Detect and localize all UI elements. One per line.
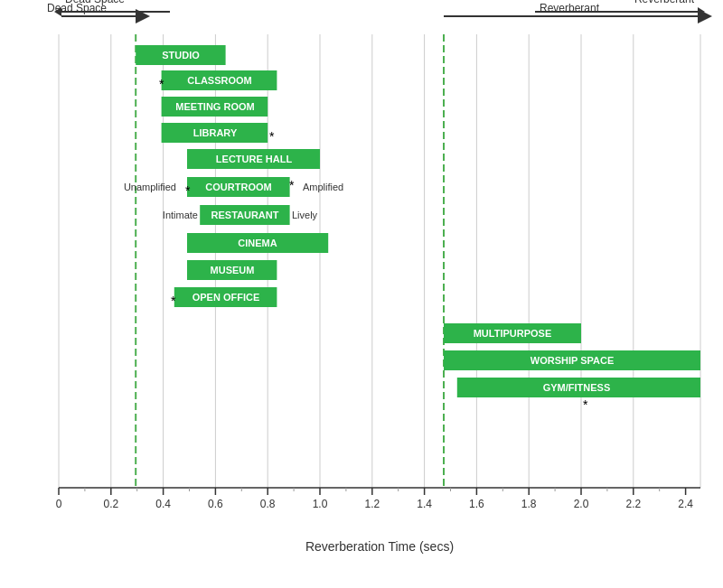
asterisk-courtroom-start: *: [185, 183, 191, 198]
dead-space-label-svg: Dead Space: [47, 2, 107, 14]
svg-text:0.6: 0.6: [208, 498, 223, 510]
chart-svg: 0 0.2 0.4 0.6 0.8 1.0 1.2 1.4 1.6 1.8 2.…: [0, 0, 723, 588]
svg-text:1.6: 1.6: [469, 498, 484, 510]
svg-text:0.2: 0.2: [103, 498, 118, 510]
svg-text:2.0: 2.0: [574, 498, 589, 510]
label-amplified: Amplified: [303, 182, 343, 192]
asterisk-classroom: *: [159, 77, 164, 91]
label-unamplified: Unamplified: [124, 182, 176, 192]
bar-label-courtroom: COURTROOM: [205, 182, 271, 192]
bar-label-classroom: CLASSROOM: [187, 75, 252, 86]
bar-label-cinema: CINEMA: [238, 238, 277, 248]
svg-text:Reverberation Time (secs): Reverberation Time (secs): [305, 539, 454, 554]
svg-text:0.4: 0.4: [155, 498, 171, 510]
bar-label-meetingroom: MEETING ROOM: [175, 101, 254, 112]
svg-text:1.8: 1.8: [521, 498, 537, 510]
label-lively: Lively: [292, 210, 318, 220]
asterisk-gymfitness: *: [583, 397, 588, 412]
bar-label-openoffice: OPEN OFFICE: [192, 292, 260, 303]
bar-label-library: LIBRARY: [193, 127, 238, 138]
svg-text:1.0: 1.0: [313, 498, 328, 510]
svg-text:2.2: 2.2: [625, 498, 641, 510]
asterisk-courtroom-end: *: [289, 178, 295, 192]
svg-text:1.4: 1.4: [417, 498, 432, 510]
svg-text:0.8: 0.8: [260, 498, 276, 510]
bar-label-multipurpose: MULTIPURPOSE: [474, 328, 552, 339]
chart-container: Dead Space Reverberant: [0, 0, 723, 588]
reverberant-label-svg: Reverberant: [540, 2, 600, 14]
bar-label-restaurant: RESTAURANT: [211, 210, 279, 220]
svg-text:2.4: 2.4: [678, 498, 693, 510]
bar-label-studio: STUDIO: [162, 50, 200, 61]
asterisk-library: *: [269, 129, 275, 144]
svg-text:1.2: 1.2: [364, 498, 380, 510]
bar-label-worshipspace: WORSHIP SPACE: [531, 355, 615, 366]
bar-label-gymfitness: GYM/FITNESS: [543, 382, 611, 393]
svg-text:0: 0: [56, 498, 62, 510]
bar-label-museum: MUSEUM: [211, 265, 255, 275]
bar-label-lecturehall: LECTURE HALL: [216, 154, 293, 164]
asterisk-openoffice: *: [171, 294, 176, 308]
label-intimate: Intimate: [163, 210, 198, 220]
